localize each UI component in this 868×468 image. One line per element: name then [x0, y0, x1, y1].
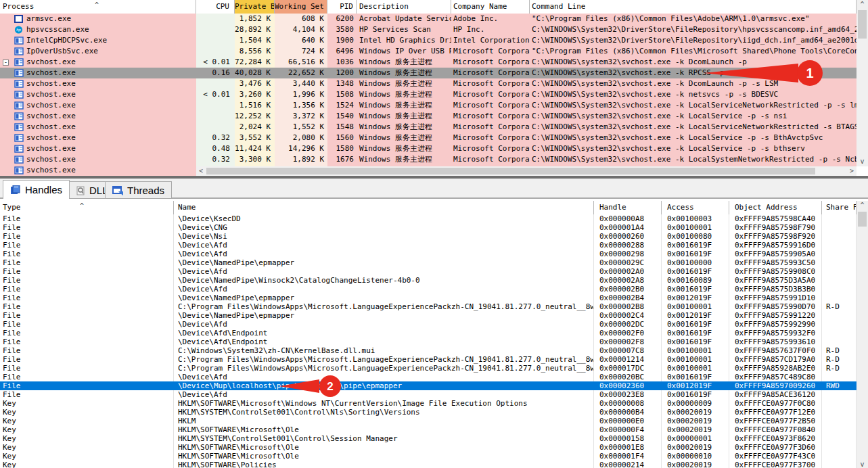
scroll-left-icon[interactable]: < [196, 166, 206, 176]
process-name: svchost.exe [26, 57, 76, 66]
process-row-1348[interactable]: svchost.exe3,476 K3,440 K1348Windows 服务主… [0, 78, 856, 89]
scroll-up-icon[interactable]: ^ [856, 201, 868, 210]
process-row-1540[interactable]: svchost.exe12,252 K3,372 K1540Windows 服务… [0, 111, 856, 122]
scroll-down-icon[interactable]: v [856, 157, 868, 166]
column-header-pid[interactable]: PID [327, 0, 357, 14]
cell-object_address: 0xFFFF9A85759905A0 [729, 250, 822, 258]
cell-share_flags: R-D [822, 302, 856, 311]
cell-handle: 0x00001214 [594, 355, 662, 364]
handle-row-0x00000260[interactable]: File\Device\Nsi0x000002600x001000800xFFF… [0, 232, 856, 241]
scrollbar-thumb[interactable] [206, 168, 815, 174]
cell-object_address: 0xFFFF9A85759916D0 [729, 241, 822, 250]
handle-row-0x000001E8[interactable]: KeyHKLM\SOFTWARE\Microsoft\Ole0x000001E8… [0, 443, 856, 452]
column-header-process[interactable]: Process^ [0, 0, 196, 14]
handle-row-0x000001A4[interactable]: File\Device\CNG0x000001A40x001000010xFFF… [0, 223, 856, 232]
column-header-access[interactable]: Access [662, 201, 729, 214]
handle-row-0x000002F8[interactable]: File\Device\Afd\Endpoint0x000002F80x0016… [0, 337, 856, 346]
process-row-1036[interactable]: -svchost.exe< 0.0172,284 K66,516 K1036Wi… [0, 57, 856, 68]
scroll-down-icon[interactable]: v [856, 461, 868, 468]
cell-access: 0x00020019 [662, 417, 729, 425]
process-row-6200[interactable]: armsvc.exe1,852 K608 K6200Acrobat Update… [0, 14, 856, 24]
handle-row-0x000000E0[interactable]: KeyHKLM0x000000E00x000200190xFFFFCE0A977… [0, 417, 856, 425]
column-header-handle[interactable]: Handle [594, 201, 662, 214]
column-header-company[interactable]: Company Name [451, 0, 530, 14]
scrollbar-thumb[interactable] [858, 10, 867, 39]
handle-row-0x000001F4[interactable]: KeyHKLM\SOFTWARE\Microsoft\Ole0x000001F4… [0, 452, 856, 461]
cell-object_address: 0xFFFFCE0A973F8620 [729, 434, 822, 443]
handles-vertical-scrollbar[interactable]: ^ v [856, 201, 868, 468]
column-header-object_address[interactable]: Object Address [729, 201, 822, 214]
handle-row-0x0000029C[interactable]: File\Device\NamedPipe\epmapper0x0000029C… [0, 258, 856, 267]
handle-row-0x000002B8[interactable]: FileC:\Program Files\WindowsApps\Microso… [0, 302, 856, 311]
cell-private_bytes: 3,260 K [235, 89, 275, 100]
handle-row-0x000007C8[interactable]: FileC:\Windows\System32\zh-CN\KernelBase… [0, 346, 856, 355]
cell-type: File [0, 241, 174, 250]
cell-description: Intel HD Graphics Dri... [357, 35, 451, 46]
handle-row-0x00000288[interactable]: File\Device\Afd0x000002880x0016019F0xFFF… [0, 241, 856, 250]
column-header-private_bytes[interactable]: Private B... [235, 0, 275, 14]
process-row-1580[interactable]: svchost.exe0.4811,424 K14,296 K1580Windo… [0, 143, 856, 154]
process-row-1548[interactable]: svchost.exe2,024 K1,552 K1548Windows 服务主… [0, 122, 856, 133]
cell-share_flags [822, 443, 856, 452]
process-name: svchost.exe [26, 122, 76, 131]
column-header-cpu[interactable]: CPU [196, 0, 235, 14]
handle-row-0x000023E8[interactable]: File\Device\Afd0x000023E80x0016019F0xFFF… [0, 390, 856, 399]
cell-working_set: 3,372 K [275, 111, 327, 122]
process-vertical-scrollbar[interactable]: ^ v [856, 0, 868, 166]
column-header-name[interactable]: Name [174, 201, 594, 214]
column-header-type[interactable]: Type^ [0, 201, 174, 214]
process-row-1560[interactable]: svchost.exe0.323,552 K2,080 K1560Windows… [0, 133, 856, 143]
handle-row-0x000020BC[interactable]: File\Device\Afd0x000020BC0x0016019F0xFFF… [0, 373, 856, 381]
process-row-1524[interactable]: svchost.exe1,516 K1,356 K1524Windows 服务主… [0, 100, 856, 111]
handle-row-0x00002360[interactable]: File\Device\Mup\localhost\pipe\GodPotato… [0, 381, 856, 390]
tab-handles[interactable]: Handles [3, 180, 70, 199]
scroll-up-icon[interactable]: ^ [856, 0, 868, 9]
process-row-1900[interactable]: IntelCpHDCPSvc.exe1,504 K640 K1900Intel … [0, 35, 856, 46]
tab-threads[interactable]: Threads [105, 181, 172, 199]
process-row-1508[interactable]: svchost.exe< 0.013,260 K1,996 K1508Windo… [0, 89, 856, 100]
handle-row-0x000002B0[interactable]: File\Device\Afd0x000002B00x0016019F0xFFF… [0, 285, 856, 294]
handle-row-0x000000B4[interactable]: KeyHKLM\SYSTEM\ControlSet001\Control\Nls… [0, 408, 856, 417]
handle-row-0x00001214[interactable]: FileC:\Program Files\WindowsApps\Microso… [0, 355, 856, 364]
column-header-description[interactable]: Description [357, 0, 451, 14]
column-header-command_line[interactable]: Command Line [530, 0, 856, 14]
cell-description: Windows 服务主进程 [357, 111, 451, 122]
cell-cpu: 0.16 [196, 68, 235, 78]
cell-description: HP Services Scan [357, 24, 451, 35]
handle-row-0x000002A0[interactable]: File\Device\Afd0x000002A00x0016019F0xFFF… [0, 267, 856, 276]
cell-type: File [0, 311, 174, 320]
cell-name: HKLM\SOFTWARE\Microsoft\Ole [174, 443, 594, 452]
process-row-6496[interactable]: IpOverUsbSvc.exe8,556 K724 K6496Windows … [0, 46, 856, 57]
handle-row-0x00000298[interactable]: File\Device\Afd0x000002980x0016019F0xFFF… [0, 250, 856, 258]
handle-row-0x00000158[interactable]: KeyHKLM\SYSTEM\ControlSet001\Control\Ses… [0, 434, 856, 443]
process-row-1200[interactable]: svchost.exe0.1640,028 K22,652 K1200Windo… [0, 68, 856, 78]
cell-share_flags [822, 232, 856, 241]
cell-object_address: 0xFFFF9A8575991D10 [729, 294, 822, 302]
cell-object_address: 0xFFFF9A857637F0F0 [729, 346, 822, 355]
collapse-tree-icon[interactable]: - [3, 60, 9, 66]
handle-row-0x000017DC[interactable]: FileC:\Program Files\WindowsApps\Microso… [0, 364, 856, 373]
process-row-3580[interactable]: hphpsvcsscan.exe28,892 K4,104 K3580HP Se… [0, 24, 856, 35]
cell-access: 0x00100080 [662, 232, 729, 241]
column-header-working_set[interactable]: Working Set [275, 0, 327, 14]
handle-row-0x000000F4[interactable]: KeyHKLM\SOFTWARE\Microsoft\Ole0x000000F4… [0, 425, 856, 434]
scroll-right-icon[interactable]: > [847, 166, 856, 176]
handle-row-0x00000214[interactable]: KeyHKLM\SOFTWARE\Policies0x000002140x000… [0, 461, 856, 468]
process-row-1676[interactable]: svchost.exe0.323,300 K1,892 K1676Windows… [0, 154, 856, 165]
cell-share_flags [822, 425, 856, 434]
handle-row-0x000000A8[interactable]: File\Device\KsecDD0x000000A80x001000030x… [0, 214, 856, 223]
column-header-share_flags[interactable]: Share F [822, 201, 856, 214]
scrollbar-thumb[interactable] [858, 212, 867, 227]
process-name: hpsvcsscan.exe [26, 25, 89, 34]
handle-row-0x000002DC[interactable]: File\Device\Afd0x000002DC0x0016019F0xFFF… [0, 320, 856, 329]
handle-row-0x000002B4[interactable]: File\Device\NamedPipe\epmapper0x000002B4… [0, 294, 856, 302]
handle-row-0x000002C4[interactable]: File\Device\NamedPipe\epmapper0x000002C4… [0, 311, 856, 320]
handle-row-0x00000008[interactable]: KeyHKLM\SOFTWARE\Microsoft\Windows NT\Cu… [0, 399, 856, 408]
handle-row-0x000002F0[interactable]: File\Device\Afd\Endpoint0x000002F00x0016… [0, 329, 856, 337]
process-horizontal-scrollbar[interactable]: < > [196, 166, 856, 176]
cell-access: 0x00100001 [662, 302, 729, 311]
cell-type: File [0, 355, 174, 364]
cell-handle: 0x000001E8 [594, 443, 662, 452]
handle-row-0x000002A8[interactable]: File\Device\NamedPipe\Winsock2\CatalogCh… [0, 276, 856, 285]
cell-object_address: 0xFFFFCE0A977F3D60 [729, 443, 822, 452]
